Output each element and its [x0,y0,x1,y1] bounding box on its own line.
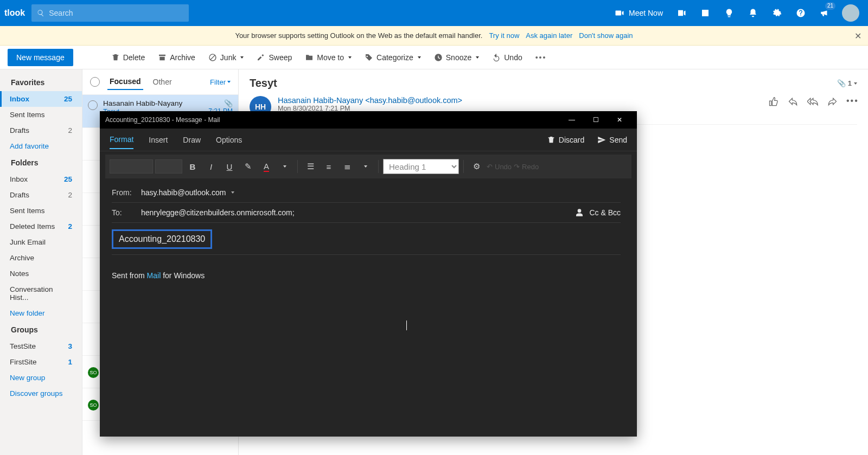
search-input[interactable] [49,9,183,17]
snooze-button[interactable]: Snooze [429,50,484,65]
nav-drafts-folder[interactable]: Drafts2 [0,187,82,203]
tab-insert[interactable]: Insert [149,131,168,149]
underline-button[interactable]: U [221,159,238,174]
forward-icon[interactable] [827,96,838,107]
nav-group-firstsite[interactable]: FirstSite1 [0,354,82,370]
sweep-button[interactable]: Sweep [251,50,297,65]
to-value[interactable]: henrylegge@citizenbuilders.onmicrosoft.c… [141,208,295,217]
focused-tab[interactable]: Focused [107,74,143,90]
font-family-select[interactable] [110,159,153,174]
banner-dontshow-link[interactable]: Don't show again [579,31,633,40]
mail-link[interactable]: Mail [147,271,161,280]
help-icon[interactable] [790,0,812,26]
archive-icon [158,53,167,62]
nav-inbox-folder[interactable]: Inbox25 [0,171,82,187]
ccbcc-button[interactable]: Cc & Bcc [589,208,621,217]
close-button[interactable]: ✕ [608,111,631,129]
styles-gear-icon[interactable]: ⚙ [468,159,484,174]
gear-icon[interactable] [766,0,788,26]
more-actions-icon[interactable]: ••• [846,96,857,107]
bell-icon[interactable] [742,0,764,26]
junk-button[interactable]: Junk [203,50,250,65]
number-list-button[interactable]: ≡ [321,159,337,174]
delete-button[interactable]: Delete [106,50,150,65]
nav-inbox-fav[interactable]: Inbox25 [0,91,82,107]
reply-icon[interactable] [788,96,799,107]
para-more[interactable] [358,159,374,174]
banner-later-link[interactable]: Ask again later [526,31,572,40]
nav-new-folder[interactable]: New folder [0,305,82,321]
bullet-list-button[interactable]: ☰ [302,159,318,174]
tab-draw[interactable]: Draw [183,131,201,149]
undo-icon [492,53,501,62]
lightbulb-icon[interactable] [718,0,740,26]
filter-button[interactable]: Filter [210,78,231,86]
notification-badge: 21 [825,2,835,10]
undo-button[interactable]: Undo [487,50,527,65]
paperclip-icon: 📎 [224,99,233,107]
folders-heading[interactable]: Folders [0,154,82,171]
nav-drafts-fav[interactable]: Drafts2 [0,123,82,138]
reply-all-icon[interactable] [807,96,818,107]
tab-format[interactable]: Format [110,131,133,149]
other-tab[interactable]: Other [151,74,174,89]
search-box[interactable] [31,4,189,22]
banner-close-icon[interactable]: ✕ [854,30,861,41]
maximize-button[interactable]: ☐ [584,111,608,129]
highlight-button[interactable]: ✎ [240,159,256,174]
read-from[interactable]: Hasanain Habib-Nayany <hasy.habib@outloo… [278,96,462,105]
nav-junk-folder[interactable]: Junk Email [0,234,82,250]
megaphone-icon[interactable]: 21 [814,0,835,26]
meet-now-button[interactable]: Meet Now [609,8,668,18]
heading-select[interactable]: Heading 1 [383,159,459,174]
categorize-button[interactable]: Categorize [359,50,426,65]
discard-button[interactable]: Discard [547,136,584,144]
align-button[interactable]: ≣ [339,159,355,174]
compose-body[interactable]: Sent from Mail for Windows [100,255,637,280]
moveto-button[interactable]: Move to [299,50,357,65]
more-button[interactable]: ••• [530,50,552,65]
banner-try-link[interactable]: Try it now [489,31,519,40]
undo-button-toolbar[interactable]: ↶ Undo [487,163,512,171]
font-size-select[interactable] [155,159,182,174]
font-color-button[interactable]: A [258,159,275,174]
from-label: From: [112,188,136,197]
nav-group-testsite[interactable]: TestSite3 [0,338,82,354]
from-chevron-icon[interactable] [231,191,234,194]
nav-sent-folder[interactable]: Sent Items [0,203,82,219]
trash-icon [111,53,120,62]
text-caret [406,321,407,330]
subject-input[interactable]: Accounting_20210830 [112,229,212,249]
nav-sent-fav[interactable]: Sent Items [0,107,82,123]
command-bar: New message Delete Archive Junk Sweep Mo… [0,46,868,69]
read-subject: Tesyt [250,77,277,89]
nav-convhist-folder[interactable]: Conversation Hist... [0,281,82,305]
italic-button[interactable]: I [203,159,219,174]
user-avatar[interactable] [842,4,859,22]
window-titlebar[interactable]: Accounting_20210830 - Message - Mail — ☐… [100,111,637,129]
format-more[interactable] [277,159,293,174]
nav-discover-groups[interactable]: Discover groups [0,386,82,401]
nav-deleted-folder[interactable]: Deleted Items2 [0,219,82,234]
groups-heading[interactable]: Groups [0,321,82,338]
send-button[interactable]: Send [597,136,627,144]
from-value[interactable]: hasy.habib@outlook.com [141,188,226,197]
teams-icon[interactable] [671,0,692,26]
redo-button-toolbar[interactable]: ↷ Redo [514,163,539,171]
bold-button[interactable]: B [184,159,201,174]
calendar-icon[interactable] [694,0,716,26]
select-circle[interactable] [88,100,98,110]
minimize-button[interactable]: — [560,111,584,129]
tab-options[interactable]: Options [216,131,242,149]
nav-notes-folder[interactable]: Notes [0,266,82,281]
nav-add-favorite[interactable]: Add favorite [0,138,82,154]
attachment-count[interactable]: 📎 1 [837,79,857,87]
nav-archive-folder[interactable]: Archive [0,250,82,266]
new-message-button[interactable]: New message [8,49,73,66]
favorites-heading[interactable]: Favorites [0,74,82,91]
like-icon[interactable] [768,96,779,107]
people-icon[interactable] [575,208,584,217]
archive-button[interactable]: Archive [152,50,201,65]
select-all-circle[interactable] [90,77,100,87]
nav-new-group[interactable]: New group [0,370,82,386]
